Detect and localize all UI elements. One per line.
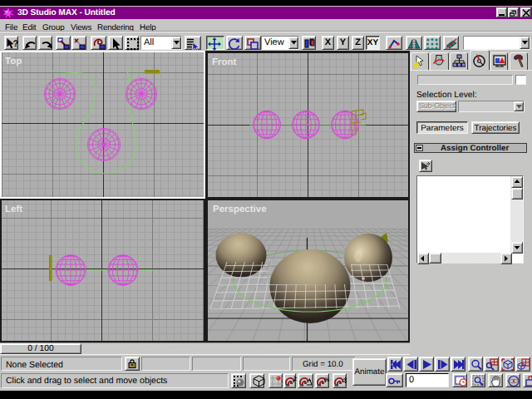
- svg-text:%: %: [324, 377, 330, 383]
- svg-text:Left: Left: [5, 204, 22, 214]
- svg-text:2: 2: [293, 377, 297, 382]
- svg-text:Perspective: Perspective: [213, 204, 267, 214]
- svg-text:?: ?: [13, 39, 19, 49]
- svg-text:Top: Top: [5, 57, 22, 66]
- svg-text:Front: Front: [212, 57, 237, 67]
